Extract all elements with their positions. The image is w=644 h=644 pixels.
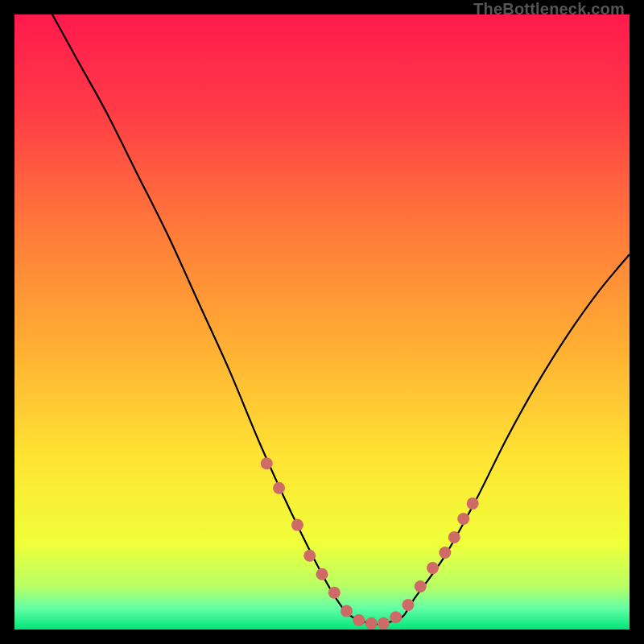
highlight-dot [378,617,390,630]
highlight-dot [261,457,273,469]
highlight-dot [390,611,402,623]
highlight-dot [291,519,303,531]
highlight-dot [467,497,479,510]
highlight-dot [457,513,469,525]
highlight-dot [341,605,353,617]
watermark-text: TheBottleneck.com [473,0,625,19]
highlight-dot [439,547,451,559]
highlight-dot [316,568,328,580]
gradient-background [14,14,630,630]
highlight-dot [402,599,414,611]
highlight-dot [328,587,341,599]
highlight-dot [427,562,439,574]
highlight-dot [273,482,285,494]
highlight-dot [365,617,378,630]
highlight-dot [353,614,365,626]
bottleneck-curve-chart [14,14,630,630]
highlight-dot [303,550,316,562]
highlight-dot [415,580,427,592]
chart-frame [14,14,630,630]
highlight-dot [448,531,460,543]
